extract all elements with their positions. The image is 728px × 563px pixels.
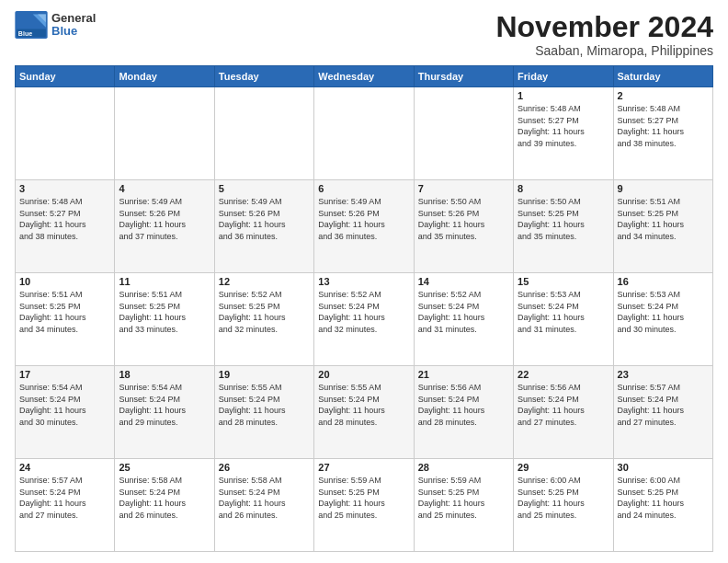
- calendar-cell: [16, 87, 115, 180]
- calendar-row-1: 3Sunrise: 5:48 AMSunset: 5:27 PMDaylight…: [16, 180, 713, 273]
- day-info: Sunrise: 5:52 AMSunset: 5:25 PMDaylight:…: [219, 289, 310, 335]
- day-number: 18: [119, 369, 210, 380]
- calendar-cell: 16Sunrise: 5:53 AMSunset: 5:24 PMDayligh…: [613, 273, 712, 366]
- calendar-cell: 23Sunrise: 5:57 AMSunset: 5:24 PMDayligh…: [613, 366, 712, 459]
- day-number: 1: [518, 90, 609, 101]
- day-number: 17: [19, 369, 110, 380]
- calendar-cell: 11Sunrise: 5:51 AMSunset: 5:25 PMDayligh…: [115, 273, 214, 366]
- header-wednesday: Wednesday: [314, 66, 414, 87]
- title-area: November 2024 Saaban, Mimaropa, Philippi…: [495, 11, 713, 58]
- calendar-cell: 28Sunrise: 5:59 AMSunset: 5:25 PMDayligh…: [414, 459, 513, 552]
- day-number: 10: [19, 276, 110, 287]
- calendar-table: Sunday Monday Tuesday Wednesday Thursday…: [15, 65, 713, 552]
- day-info: Sunrise: 5:53 AMSunset: 5:24 PMDaylight:…: [518, 289, 609, 335]
- calendar-cell: 9Sunrise: 5:51 AMSunset: 5:25 PMDaylight…: [613, 180, 712, 273]
- header-saturday: Saturday: [613, 66, 712, 87]
- header-sunday: Sunday: [16, 66, 115, 87]
- day-info: Sunrise: 5:52 AMSunset: 5:24 PMDaylight:…: [318, 289, 409, 335]
- calendar-cell: 15Sunrise: 5:53 AMSunset: 5:24 PMDayligh…: [514, 273, 613, 366]
- calendar-cell: 12Sunrise: 5:52 AMSunset: 5:25 PMDayligh…: [214, 273, 313, 366]
- day-info: Sunrise: 6:00 AMSunset: 5:25 PMDaylight:…: [518, 475, 609, 521]
- logo-blue-text: Blue: [51, 25, 96, 38]
- day-info: Sunrise: 5:50 AMSunset: 5:26 PMDaylight:…: [418, 196, 509, 242]
- calendar-cell: [314, 87, 414, 180]
- calendar-cell: 3Sunrise: 5:48 AMSunset: 5:27 PMDaylight…: [16, 180, 115, 273]
- day-number: 23: [618, 369, 709, 380]
- day-number: 11: [119, 276, 210, 287]
- day-number: 8: [518, 183, 609, 194]
- day-number: 16: [618, 276, 709, 287]
- day-number: 24: [19, 462, 110, 473]
- day-info: Sunrise: 5:51 AMSunset: 5:25 PMDaylight:…: [618, 196, 709, 242]
- calendar-cell: 29Sunrise: 6:00 AMSunset: 5:25 PMDayligh…: [514, 459, 613, 552]
- day-number: 28: [418, 462, 509, 473]
- day-info: Sunrise: 5:54 AMSunset: 5:24 PMDaylight:…: [19, 382, 110, 428]
- calendar-cell: 5Sunrise: 5:49 AMSunset: 5:26 PMDaylight…: [214, 180, 313, 273]
- calendar-cell: [214, 87, 313, 180]
- day-number: 3: [19, 183, 110, 194]
- day-info: Sunrise: 5:54 AMSunset: 5:24 PMDaylight:…: [119, 382, 210, 428]
- calendar-cell: 22Sunrise: 5:56 AMSunset: 5:24 PMDayligh…: [514, 366, 613, 459]
- calendar-row-2: 10Sunrise: 5:51 AMSunset: 5:25 PMDayligh…: [16, 273, 713, 366]
- day-number: 27: [318, 462, 409, 473]
- calendar-cell: 8Sunrise: 5:50 AMSunset: 5:25 PMDaylight…: [514, 180, 613, 273]
- calendar-cell: 26Sunrise: 5:58 AMSunset: 5:24 PMDayligh…: [214, 459, 313, 552]
- day-number: 12: [219, 276, 310, 287]
- day-info: Sunrise: 5:50 AMSunset: 5:25 PMDaylight:…: [518, 196, 609, 242]
- header-tuesday: Tuesday: [214, 66, 313, 87]
- logo-general-text: General: [51, 12, 96, 25]
- calendar-cell: 27Sunrise: 5:59 AMSunset: 5:25 PMDayligh…: [314, 459, 414, 552]
- day-number: 6: [318, 183, 409, 194]
- calendar-cell: 20Sunrise: 5:55 AMSunset: 5:24 PMDayligh…: [314, 366, 414, 459]
- logo-text: General Blue: [51, 12, 96, 39]
- calendar-cell: 18Sunrise: 5:54 AMSunset: 5:24 PMDayligh…: [115, 366, 214, 459]
- day-info: Sunrise: 5:51 AMSunset: 5:25 PMDaylight:…: [119, 289, 210, 335]
- day-info: Sunrise: 5:55 AMSunset: 5:24 PMDaylight:…: [318, 382, 409, 428]
- calendar-row-4: 24Sunrise: 5:57 AMSunset: 5:24 PMDayligh…: [16, 459, 713, 552]
- day-number: 19: [219, 369, 310, 380]
- calendar-cell: 30Sunrise: 6:00 AMSunset: 5:25 PMDayligh…: [613, 459, 712, 552]
- day-number: 22: [518, 369, 609, 380]
- header-thursday: Thursday: [414, 66, 513, 87]
- day-info: Sunrise: 5:56 AMSunset: 5:24 PMDaylight:…: [418, 382, 509, 428]
- day-number: 30: [618, 462, 709, 473]
- day-number: 2: [618, 90, 709, 101]
- header-monday: Monday: [115, 66, 214, 87]
- calendar-cell: 10Sunrise: 5:51 AMSunset: 5:25 PMDayligh…: [16, 273, 115, 366]
- day-number: 14: [418, 276, 509, 287]
- calendar-cell: 1Sunrise: 5:48 AMSunset: 5:27 PMDaylight…: [514, 87, 613, 180]
- day-number: 21: [418, 369, 509, 380]
- header: Blue General Blue November 2024 Saaban, …: [15, 11, 713, 58]
- logo-icon: Blue: [15, 11, 48, 39]
- day-number: 20: [318, 369, 409, 380]
- calendar-cell: [115, 87, 214, 180]
- calendar-cell: 24Sunrise: 5:57 AMSunset: 5:24 PMDayligh…: [16, 459, 115, 552]
- day-info: Sunrise: 5:59 AMSunset: 5:25 PMDaylight:…: [418, 475, 509, 521]
- calendar-cell: 14Sunrise: 5:52 AMSunset: 5:24 PMDayligh…: [414, 273, 513, 366]
- day-info: Sunrise: 5:48 AMSunset: 5:27 PMDaylight:…: [618, 103, 709, 149]
- day-info: Sunrise: 5:49 AMSunset: 5:26 PMDaylight:…: [219, 196, 310, 242]
- day-number: 9: [618, 183, 709, 194]
- calendar-cell: 7Sunrise: 5:50 AMSunset: 5:26 PMDaylight…: [414, 180, 513, 273]
- day-info: Sunrise: 5:58 AMSunset: 5:24 PMDaylight:…: [219, 475, 310, 521]
- day-info: Sunrise: 6:00 AMSunset: 5:25 PMDaylight:…: [618, 475, 709, 521]
- day-number: 29: [518, 462, 609, 473]
- day-info: Sunrise: 5:53 AMSunset: 5:24 PMDaylight:…: [618, 289, 709, 335]
- day-info: Sunrise: 5:57 AMSunset: 5:24 PMDaylight:…: [618, 382, 709, 428]
- day-info: Sunrise: 5:55 AMSunset: 5:24 PMDaylight:…: [219, 382, 310, 428]
- calendar-cell: 19Sunrise: 5:55 AMSunset: 5:24 PMDayligh…: [214, 366, 313, 459]
- location-subtitle: Saaban, Mimaropa, Philippines: [495, 43, 713, 58]
- svg-text:Blue: Blue: [18, 30, 32, 37]
- calendar-row-0: 1Sunrise: 5:48 AMSunset: 5:27 PMDaylight…: [16, 87, 713, 180]
- month-title: November 2024: [495, 11, 713, 43]
- day-info: Sunrise: 5:49 AMSunset: 5:26 PMDaylight:…: [318, 196, 409, 242]
- day-number: 13: [318, 276, 409, 287]
- calendar-header-row: Sunday Monday Tuesday Wednesday Thursday…: [16, 66, 713, 87]
- day-info: Sunrise: 5:52 AMSunset: 5:24 PMDaylight:…: [418, 289, 509, 335]
- day-number: 4: [119, 183, 210, 194]
- calendar-cell: 4Sunrise: 5:49 AMSunset: 5:26 PMDaylight…: [115, 180, 214, 273]
- day-info: Sunrise: 5:59 AMSunset: 5:25 PMDaylight:…: [318, 475, 409, 521]
- day-number: 25: [119, 462, 210, 473]
- calendar-cell: 17Sunrise: 5:54 AMSunset: 5:24 PMDayligh…: [16, 366, 115, 459]
- page: Blue General Blue November 2024 Saaban, …: [0, 0, 728, 563]
